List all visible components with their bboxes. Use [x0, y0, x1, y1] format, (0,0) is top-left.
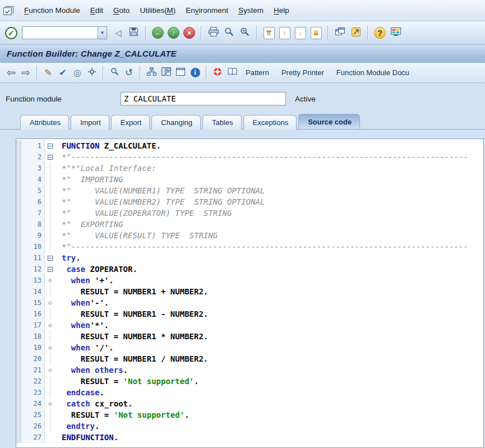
code-line[interactable]: 18 RESULT = NUMBER1 * NUMBER2.	[16, 331, 483, 342]
code-line[interactable]: 6*" VALUE(NUMBER2) TYPE STRING OPTIONAL	[16, 196, 483, 207]
line-number[interactable]: 19	[21, 342, 45, 353]
find-in-source-button[interactable]	[108, 66, 121, 80]
line-number[interactable]: 9	[21, 230, 45, 241]
line-number[interactable]: 5	[21, 185, 45, 196]
control-menu-icon[interactable]	[3, 5, 16, 16]
line-number[interactable]: 14	[21, 286, 45, 297]
line-number[interactable]: 10	[21, 241, 45, 252]
line-number[interactable]: 21	[21, 364, 45, 376]
code-line[interactable]: 17 when'*'.	[16, 320, 483, 331]
menu-utilities-m[interactable]: Utilities(M)	[135, 4, 181, 17]
code-line[interactable]: 11try.	[16, 252, 483, 264]
code-line[interactable]: 14 RESULT = NUMBER1 + NUMBER2.	[16, 286, 483, 297]
tab-changing[interactable]: Changing	[151, 115, 201, 130]
collapse-command-field-button[interactable]: ◁	[111, 26, 125, 40]
code-line[interactable]: 12 case ZOPERATOR.	[16, 264, 483, 275]
line-number[interactable]: 26	[21, 421, 45, 432]
code-line[interactable]: 20 RESULT = NUMBER1 / NUMBER2.	[16, 353, 483, 364]
code-line[interactable]: 26 endtry.	[16, 421, 483, 432]
activate-button[interactable]: ◎	[71, 66, 84, 80]
tab-exceptions[interactable]: Exceptions	[243, 115, 297, 130]
next-page-button[interactable]: ↓	[293, 26, 307, 40]
line-number[interactable]: 27	[21, 432, 45, 443]
tab-import[interactable]: Import	[71, 115, 109, 130]
pretty-printer-button[interactable]: Pretty Printer	[276, 66, 330, 79]
save-button[interactable]	[127, 26, 141, 40]
code-line[interactable]: 4*" IMPORTING	[16, 174, 483, 185]
fold-marker[interactable]	[45, 364, 55, 376]
pattern-button[interactable]: Pattern	[240, 66, 275, 79]
line-number[interactable]: 23	[21, 387, 45, 398]
fold-marker[interactable]	[45, 320, 55, 331]
command-dropdown-icon[interactable]: ▼	[98, 27, 107, 39]
code-line[interactable]: 25 RESULT = 'Not supported'.	[16, 409, 483, 421]
menu-goto[interactable]: Goto	[108, 4, 135, 17]
code-line[interactable]: 24 catch cx_root.	[16, 398, 483, 409]
line-number[interactable]: 17	[21, 320, 45, 331]
line-number[interactable]: 2	[21, 151, 45, 163]
line-number[interactable]: 4	[21, 174, 45, 185]
navigation-window-button[interactable]	[159, 66, 173, 80]
code-line[interactable]: 10*"------------------------------------…	[16, 241, 483, 252]
menu-help[interactable]: Help	[269, 4, 294, 17]
command-input[interactable]	[22, 27, 98, 39]
display-change-button[interactable]: ✎	[41, 66, 55, 80]
line-number[interactable]: 25	[21, 409, 45, 421]
line-number[interactable]: 22	[21, 376, 45, 387]
refresh-button[interactable]: ↺	[122, 66, 136, 80]
code-line[interactable]: 5*" VALUE(NUMBER1) TYPE STRING OPTIONAL	[16, 185, 483, 196]
command-field[interactable]: ▼	[22, 26, 107, 39]
fold-marker[interactable]	[45, 297, 55, 308]
menu-function-module[interactable]: Function Module	[19, 4, 85, 17]
test-button[interactable]	[85, 66, 99, 80]
fold-marker[interactable]	[45, 264, 55, 275]
cancel-button[interactable]: ×	[182, 26, 196, 40]
first-page-button[interactable]: ⇈	[262, 26, 276, 40]
line-number[interactable]: 3	[21, 163, 45, 174]
previous-page-button[interactable]: ↑	[278, 26, 292, 40]
fold-marker[interactable]	[45, 140, 55, 151]
tab-export[interactable]: Export	[111, 115, 150, 130]
fullscreen-button[interactable]	[174, 66, 187, 80]
help-button[interactable]: ?	[373, 26, 387, 40]
code-line[interactable]: 3*"*"Local Interface:	[16, 163, 483, 174]
function-module-field[interactable]	[121, 92, 286, 105]
fold-marker[interactable]	[45, 275, 55, 286]
line-number[interactable]: 8	[21, 219, 45, 230]
fold-marker[interactable]	[45, 398, 55, 409]
line-number[interactable]: 6	[21, 196, 45, 207]
code-line[interactable]: 23 endcase.	[16, 387, 483, 398]
tab-source-code[interactable]: Source code	[298, 114, 360, 129]
code-line[interactable]: 16 RESULT = NUMBER1 - NUMBER2.	[16, 308, 483, 320]
menu-system[interactable]: System	[233, 4, 269, 17]
line-number[interactable]: 20	[21, 353, 45, 364]
line-number[interactable]: 1	[21, 140, 45, 151]
menu-edit[interactable]: Edit	[85, 4, 108, 17]
line-number[interactable]: 13	[21, 275, 45, 286]
menu-environment[interactable]: Environment	[181, 4, 233, 17]
code-line[interactable]: 9*" VALUE(RESULT) TYPE STRING	[16, 230, 483, 241]
fold-marker[interactable]	[45, 252, 55, 264]
code-line[interactable]: 7*" VALUE(ZOPERATOR) TYPE STRING	[16, 207, 483, 219]
line-number[interactable]: 12	[21, 264, 45, 275]
line-number[interactable]: 11	[21, 252, 45, 264]
info-button[interactable]: i	[188, 66, 202, 80]
create-shortcut-button[interactable]	[349, 26, 363, 40]
documentation-button[interactable]	[225, 66, 239, 80]
tab-attributes[interactable]: Attributes	[20, 115, 69, 130]
customize-layout-button[interactable]	[389, 26, 403, 40]
previous-object-button[interactable]: ⇦	[4, 66, 18, 80]
new-session-button[interactable]	[333, 26, 347, 40]
object-list-button[interactable]	[145, 66, 158, 80]
line-number[interactable]: 24	[21, 398, 45, 409]
exit-button[interactable]: ↑	[167, 26, 181, 40]
find-button[interactable]	[222, 26, 236, 40]
print-button[interactable]	[206, 26, 220, 40]
check-button[interactable]: ✔	[56, 66, 70, 80]
tab-tables[interactable]: Tables	[202, 115, 242, 130]
code-line[interactable]: 15 when'-'.	[16, 297, 483, 308]
line-number[interactable]: 18	[21, 331, 45, 342]
line-number[interactable]: 15	[21, 297, 45, 308]
find-next-button[interactable]	[238, 26, 252, 40]
next-object-button[interactable]: ⇨	[19, 66, 33, 80]
